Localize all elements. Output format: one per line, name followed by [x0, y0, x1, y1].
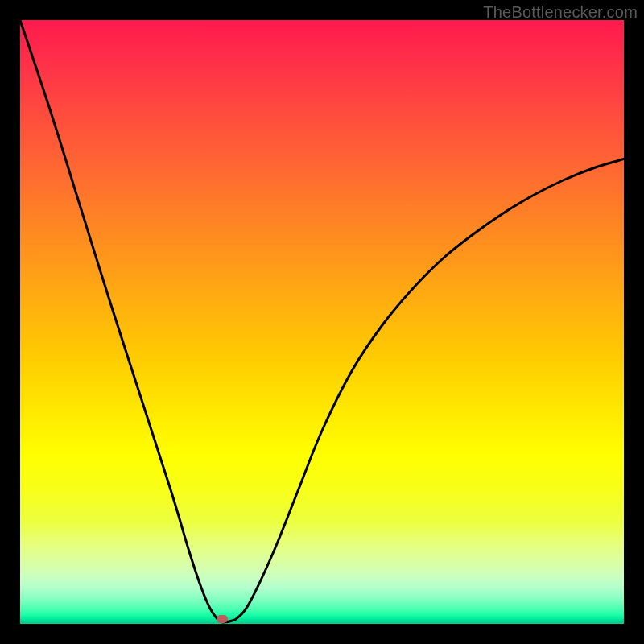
bottleneck-curve — [20, 20, 624, 622]
curve-svg — [20, 20, 624, 624]
plot-area — [20, 20, 624, 624]
watermark-text: TheBottlenecker.com — [483, 3, 638, 22]
optimal-point-marker — [217, 615, 228, 623]
chart-frame: TheBottlenecker.com — [0, 0, 644, 644]
